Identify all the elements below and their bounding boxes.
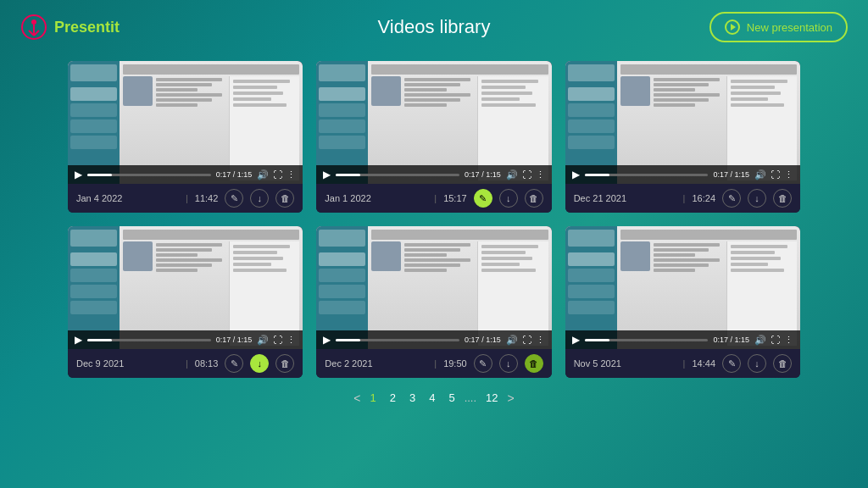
more-icon-4[interactable]: ⋮ — [287, 335, 296, 346]
video-time-3: 16:24 — [692, 193, 715, 203]
progress-bar-3[interactable] — [585, 174, 709, 176]
video-controls-3: ▶ 0:17 / 1:15 🔊 ⛶ ⋮ — [565, 165, 800, 184]
edit-button-3[interactable]: ✎ — [722, 189, 741, 208]
separator-6: | — [683, 358, 686, 369]
delete-button-3[interactable]: 🗑 — [773, 189, 792, 208]
volume-icon-1[interactable]: 🔊 — [257, 169, 269, 180]
page-last-button[interactable]: 12 — [481, 390, 502, 406]
play-button-4[interactable]: ▶ — [75, 334, 82, 346]
time-display-5: 0:17 / 1:15 — [465, 336, 501, 344]
progress-bar-5[interactable] — [336, 339, 459, 341]
play-button-6[interactable]: ▶ — [572, 334, 580, 346]
progress-bar-2[interactable] — [336, 174, 459, 176]
card-footer-6: Nov 5 2021 | 14:44 ✎ ↓ 🗑 — [565, 349, 800, 378]
edit-button-4[interactable]: ✎ — [225, 354, 243, 373]
logo: Presentit — [20, 14, 120, 41]
video-grid: ▶ 0:17 / 1:15 🔊 ⛶ ⋮ Jan 4 2022 | 11:42 ✎… — [0, 54, 868, 378]
fullscreen-icon-5[interactable]: ⛶ — [522, 335, 531, 346]
separator-3: | — [683, 193, 686, 203]
new-presentation-label: New presentation — [747, 21, 832, 34]
video-date-6: Nov 5 2021 — [574, 358, 676, 369]
pagination-dots: .... — [465, 391, 476, 404]
volume-icon-3[interactable]: 🔊 — [754, 169, 766, 180]
volume-icon-5[interactable]: 🔊 — [506, 335, 518, 346]
edit-button-6[interactable]: ✎ — [722, 354, 741, 373]
video-thumbnail-1[interactable]: ▶ 0:17 / 1:15 🔊 ⛶ ⋮ — [68, 61, 303, 184]
play-icon — [725, 19, 740, 35]
video-card-4: ▶ 0:17 / 1:15 🔊 ⛶ ⋮ Dec 9 2021 | 08:13 ✎… — [68, 226, 303, 378]
play-button-2[interactable]: ▶ — [323, 169, 331, 180]
logo-text: Presentit — [54, 19, 120, 36]
progress-bar-6[interactable] — [585, 339, 709, 341]
separator-1: | — [186, 193, 188, 203]
delete-button-5[interactable]: 🗑 — [525, 354, 543, 373]
edit-button-2[interactable]: ✎ — [474, 189, 492, 208]
fullscreen-icon-6[interactable]: ⛶ — [771, 335, 780, 346]
delete-button-4[interactable]: 🗑 — [275, 354, 294, 373]
delete-button-6[interactable]: 🗑 — [773, 354, 792, 373]
card-footer-4: Dec 9 2021 | 08:13 ✎ ↓ 🗑 — [68, 349, 303, 378]
footer-actions-3: ✎ ↓ 🗑 — [722, 189, 792, 208]
video-time-6: 14:44 — [692, 358, 715, 369]
separator-2: | — [434, 193, 437, 203]
header: Presentit Videos library New presentatio… — [0, 0, 868, 54]
delete-button-1[interactable]: 🗑 — [275, 189, 294, 208]
time-display-2: 0:17 / 1:15 — [465, 170, 501, 179]
download-button-4[interactable]: ↓ — [250, 354, 269, 373]
video-card-5: ▶ 0:17 / 1:15 🔊 ⛶ ⋮ Dec 2 2021 | 19:50 ✎… — [316, 226, 551, 378]
footer-actions-1: ✎ ↓ 🗑 — [225, 189, 294, 208]
more-icon-6[interactable]: ⋮ — [784, 335, 793, 346]
video-date-2: Jan 1 2022 — [325, 193, 427, 203]
footer-actions-2: ✎ ↓ 🗑 — [474, 189, 543, 208]
video-card-6: ▶ 0:17 / 1:15 🔊 ⛶ ⋮ Nov 5 2021 | 14:44 ✎… — [565, 226, 800, 378]
progress-bar-1[interactable] — [87, 174, 211, 176]
new-presentation-button[interactable]: New presentation — [709, 12, 848, 42]
page-5-button[interactable]: 5 — [444, 390, 459, 406]
more-icon-3[interactable]: ⋮ — [784, 169, 793, 180]
page-1-button[interactable]: 1 — [365, 390, 380, 406]
page-3-button[interactable]: 3 — [405, 390, 420, 406]
volume-icon-2[interactable]: 🔊 — [506, 169, 518, 180]
video-thumbnail-4[interactable]: ▶ 0:17 / 1:15 🔊 ⛶ ⋮ — [68, 226, 303, 349]
video-thumbnail-3[interactable]: ▶ 0:17 / 1:15 🔊 ⛶ ⋮ — [565, 61, 800, 184]
next-page-button[interactable]: > — [508, 391, 515, 405]
progress-bar-4[interactable] — [87, 339, 211, 341]
video-time-1: 11:42 — [195, 193, 219, 203]
download-button-6[interactable]: ↓ — [748, 354, 766, 373]
separator-4: | — [186, 358, 188, 369]
fullscreen-icon-4[interactable]: ⛶ — [273, 335, 282, 346]
download-button-5[interactable]: ↓ — [499, 354, 518, 373]
volume-icon-6[interactable]: 🔊 — [754, 335, 766, 346]
card-footer-5: Dec 2 2021 | 19:50 ✎ ↓ 🗑 — [316, 349, 551, 378]
more-icon-1[interactable]: ⋮ — [287, 169, 296, 180]
play-button-5[interactable]: ▶ — [323, 334, 331, 346]
edit-button-5[interactable]: ✎ — [474, 354, 492, 373]
video-card-3: ▶ 0:17 / 1:15 🔊 ⛶ ⋮ Dec 21 2021 | 16:24 … — [565, 61, 800, 213]
video-time-5: 19:50 — [443, 358, 467, 369]
page-2-button[interactable]: 2 — [386, 390, 400, 406]
page-4-button[interactable]: 4 — [425, 390, 439, 406]
footer-actions-4: ✎ ↓ 🗑 — [225, 354, 294, 373]
download-button-1[interactable]: ↓ — [250, 189, 269, 208]
card-footer-1: Jan 4 2022 | 11:42 ✎ ↓ 🗑 — [68, 184, 303, 213]
download-button-2[interactable]: ↓ — [499, 189, 518, 208]
fullscreen-icon-2[interactable]: ⛶ — [522, 169, 531, 180]
video-thumbnail-5[interactable]: ▶ 0:17 / 1:15 🔊 ⛶ ⋮ — [316, 226, 551, 349]
page-title: Videos library — [378, 16, 491, 38]
fullscreen-icon-1[interactable]: ⛶ — [273, 169, 282, 180]
delete-button-2[interactable]: 🗑 — [525, 189, 543, 208]
video-thumbnail-2[interactable]: ▶ 0:17 / 1:15 🔊 ⛶ ⋮ — [316, 61, 551, 184]
more-icon-5[interactable]: ⋮ — [536, 335, 545, 346]
fullscreen-icon-3[interactable]: ⛶ — [771, 169, 780, 180]
play-button-1[interactable]: ▶ — [75, 169, 82, 180]
more-icon-2[interactable]: ⋮ — [536, 169, 545, 180]
download-button-3[interactable]: ↓ — [748, 189, 766, 208]
edit-button-1[interactable]: ✎ — [225, 189, 243, 208]
pagination: < 1 2 3 4 5 .... 12 > — [0, 378, 868, 406]
volume-icon-4[interactable]: 🔊 — [257, 335, 269, 346]
play-button-3[interactable]: ▶ — [572, 169, 580, 180]
time-display-4: 0:17 / 1:15 — [216, 336, 253, 344]
prev-page-button[interactable]: < — [353, 391, 360, 405]
time-display-3: 0:17 / 1:15 — [713, 170, 749, 179]
video-thumbnail-6[interactable]: ▶ 0:17 / 1:15 🔊 ⛶ ⋮ — [565, 226, 800, 349]
